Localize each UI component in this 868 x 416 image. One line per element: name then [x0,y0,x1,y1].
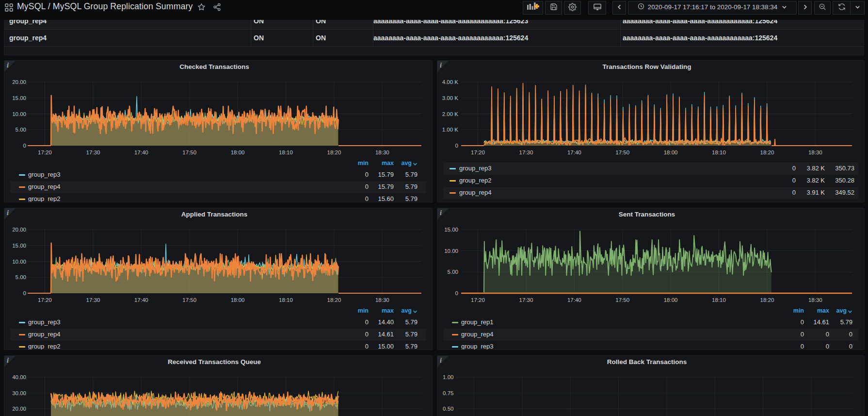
svg-text:17:50: 17:50 [182,297,196,303]
svg-text:17:50: 17:50 [182,150,196,155]
svg-text:0: 0 [23,143,26,149]
svg-text:10.00: 10.00 [12,259,26,265]
svg-text:18:30: 18:30 [375,297,389,303]
svg-text:17:40: 17:40 [134,297,148,303]
svg-text:18:00: 18:00 [231,150,245,155]
svg-text:0: 0 [23,290,26,296]
svg-text:1.00: 1.00 [443,374,453,380]
svg-text:17:30: 17:30 [519,297,533,303]
svg-text:20.00: 20.00 [12,406,26,412]
svg-text:18:20: 18:20 [327,150,341,155]
svg-text:20.00: 20.00 [12,227,26,233]
svg-text:18:10: 18:10 [279,297,293,303]
svg-text:1.00 K: 1.00 K [442,127,459,133]
svg-text:10.00: 10.00 [12,111,26,117]
svg-text:18:10: 18:10 [712,297,726,303]
svg-text:17:20: 17:20 [38,150,52,155]
svg-text:15.00: 15.00 [12,95,26,101]
svg-text:5.00: 5.00 [448,269,458,275]
svg-text:0.50: 0.50 [443,406,453,412]
svg-text:18:00: 18:00 [231,297,245,303]
svg-text:5.00: 5.00 [16,274,26,280]
svg-text:17:30: 17:30 [86,297,100,303]
svg-text:17:20: 17:20 [471,150,485,155]
svg-text:18:20: 18:20 [327,297,341,303]
svg-text:17:40: 17:40 [567,297,581,303]
svg-text:15.00: 15.00 [444,227,458,233]
svg-text:10.00: 10.00 [444,248,458,254]
svg-text:18:10: 18:10 [712,150,726,155]
svg-text:4.00 K: 4.00 K [442,79,459,85]
svg-text:18:30: 18:30 [808,150,822,155]
svg-text:0.75: 0.75 [443,390,453,396]
svg-text:17:20: 17:20 [471,297,485,303]
svg-text:2.00 K: 2.00 K [442,111,459,117]
svg-text:5.00: 5.00 [16,127,26,133]
svg-text:17:40: 17:40 [134,150,148,155]
svg-text:20.00: 20.00 [12,79,26,85]
svg-text:0: 0 [455,290,458,296]
svg-text:18:00: 18:00 [664,150,678,155]
svg-text:15.00: 15.00 [12,243,26,249]
svg-text:0: 0 [455,143,458,149]
svg-text:17:30: 17:30 [519,150,533,155]
svg-text:30.00: 30.00 [12,390,26,396]
svg-text:3.00 K: 3.00 K [442,95,459,101]
svg-text:17:20: 17:20 [38,297,52,303]
svg-text:17:30: 17:30 [86,150,100,155]
svg-text:18:30: 18:30 [375,150,389,155]
svg-text:18:10: 18:10 [279,150,293,155]
svg-text:17:40: 17:40 [567,150,581,155]
svg-text:17:50: 17:50 [615,297,629,303]
svg-text:18:30: 18:30 [808,297,822,303]
svg-text:18:00: 18:00 [664,297,678,303]
svg-text:17:50: 17:50 [615,150,629,155]
svg-text:40.00: 40.00 [12,374,26,380]
svg-text:18:20: 18:20 [760,150,774,155]
svg-text:18:20: 18:20 [760,297,774,303]
